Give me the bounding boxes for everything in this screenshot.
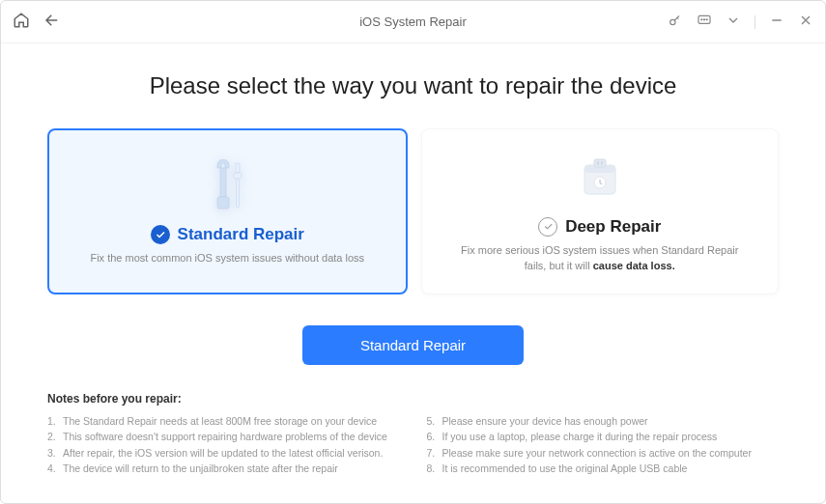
svg-rect-9 <box>237 179 240 208</box>
note-item: 5.Please ensure your device has enough p… <box>427 413 780 429</box>
notes-list-right: 5.Please ensure your device has enough p… <box>427 413 780 476</box>
feedback-icon[interactable] <box>697 13 712 32</box>
option-standard-repair[interactable]: Standard Repair Fix the most common iOS … <box>47 128 408 294</box>
note-item: 8.It is recommended to use the original … <box>427 461 780 476</box>
window-title: iOS System Repair <box>359 14 467 29</box>
option-title: Deep Repair <box>565 217 661 237</box>
page-title: Please select the way you want to repair… <box>1 72 825 99</box>
minimize-icon[interactable] <box>769 13 784 32</box>
tools-icon <box>204 157 250 215</box>
standard-repair-button[interactable]: Standard Repair <box>302 325 524 365</box>
notes-list-left: 1.The Standard Repair needs at least 800… <box>47 413 400 476</box>
key-icon[interactable] <box>668 13 683 32</box>
svg-rect-14 <box>601 161 603 165</box>
option-description: Fix more serious iOS system issues when … <box>457 242 744 274</box>
device-icon <box>573 150 627 208</box>
back-icon[interactable] <box>43 12 61 33</box>
note-item: 1.The Standard Repair needs at least 800… <box>47 413 400 429</box>
svg-point-4 <box>706 18 707 19</box>
option-deep-repair[interactable]: Deep Repair Fix more serious iOS system … <box>421 128 780 294</box>
svg-rect-13 <box>597 161 599 165</box>
svg-rect-7 <box>236 163 240 173</box>
check-circle-icon <box>538 217 557 237</box>
svg-rect-6 <box>217 197 229 209</box>
close-icon[interactable] <box>798 13 813 32</box>
home-icon[interactable] <box>13 12 30 33</box>
repair-options: Standard Repair Fix the most common iOS … <box>1 128 825 294</box>
notes-section: Notes before you repair: 1.The Standard … <box>1 392 825 476</box>
titlebar-divider <box>755 15 755 29</box>
svg-rect-12 <box>594 159 606 167</box>
svg-rect-8 <box>234 173 242 179</box>
chevron-down-icon[interactable] <box>726 13 741 32</box>
notes-heading: Notes before you repair: <box>47 392 779 406</box>
svg-rect-5 <box>220 168 226 197</box>
option-title: Standard Repair <box>178 225 304 244</box>
svg-point-3 <box>703 18 704 19</box>
check-circle-icon <box>151 225 170 244</box>
titlebar: iOS System Repair <box>1 1 825 43</box>
svg-point-2 <box>701 18 702 19</box>
note-item: 3.After repair, the iOS version will be … <box>47 445 400 461</box>
note-item: 4.The device will return to the unjailbr… <box>47 461 400 476</box>
note-item: 7.Please make sure your network connecti… <box>427 445 780 461</box>
note-item: 6.If you use a laptop, please charge it … <box>427 429 780 444</box>
note-item: 2.This software doesn't support repairin… <box>47 429 400 444</box>
svg-point-0 <box>670 19 675 24</box>
option-description: Fix the most common iOS system issues wi… <box>90 250 364 266</box>
